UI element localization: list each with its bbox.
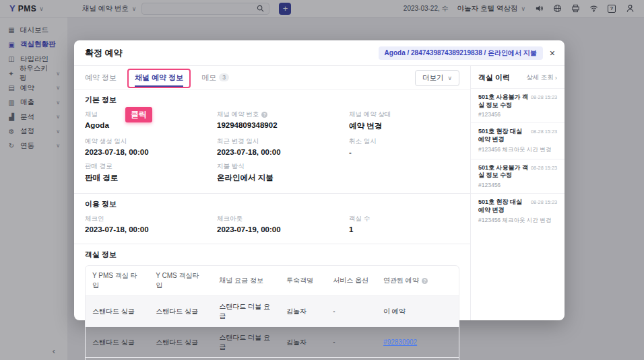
history-item[interactable]: 501호 현장 대실 예약 변경 08-28 15:23 #123456 체크아…	[471, 193, 565, 229]
click-annotation: 클릭	[125, 107, 152, 122]
history-item[interactable]: 501호 사용불가 객실 정보 수정 08-28 15:23 #123456	[471, 159, 565, 193]
column-header: Y PMS 객실 타입	[86, 266, 149, 296]
chevron-down-icon: ∨	[447, 75, 452, 81]
info-icon[interactable]: ?	[261, 112, 267, 118]
table-header-row: Y PMS 객실 타입 Y CMS 객실타입 채널 요금 정보 투숙객명 서비스…	[86, 266, 459, 296]
modal-header: 확정 예약 Agoda / 2847439874389219838 / 온라인에…	[74, 40, 565, 66]
history-detail-link[interactable]: 상세 조회 ›	[526, 73, 557, 82]
section-title: 객실 정보	[85, 250, 459, 260]
room-info-section: 객실 정보 Y PMS 객실 타입 Y CMS 객실타입 채널 요금 정보 투숙…	[74, 244, 470, 360]
history-item[interactable]: 501호 현장 대실 예약 변경 08-28 15:23 #123456 체크아…	[471, 122, 565, 158]
modal-title: 확정 예약	[85, 47, 123, 59]
column-header: 투숙객명	[280, 266, 326, 296]
room-info-table: Y PMS 객실 타입 Y CMS 객실타입 채널 요금 정보 투숙객명 서비스…	[85, 265, 459, 360]
history-title: 객실 이력	[478, 73, 510, 83]
section-title: 이용 정보	[85, 199, 459, 209]
field-cancelled-at: 취소 일시 -	[349, 137, 459, 156]
column-header: 채널 요금 정보	[212, 266, 280, 296]
memo-count-badge: 3	[219, 73, 229, 81]
field-checkin: 체크인 2023-07-18, 00:00	[85, 215, 217, 233]
usage-info-section: 이용 정보 체크인 2023-07-18, 00:00 체크아웃 2023-07…	[74, 194, 470, 241]
more-button[interactable]: 더보기 ∨	[415, 70, 459, 86]
modal-body: 예약 정보 채널 예약 정보 메모 3 더보기 ∨ 클릭	[74, 66, 565, 320]
app-screen: Y PMS ∨ 채널 예약 번호 ∨ + 2023-03-22, 수 야놀자 호…	[0, 0, 644, 360]
confirmed-reservation-modal: 확정 예약 Agoda / 2847439874389219838 / 온라인에…	[74, 40, 565, 320]
tabs-row: 예약 정보 채널 예약 정보 메모 3 더보기 ∨	[74, 66, 470, 89]
column-header: 연관된 예약?	[377, 266, 459, 296]
linked-reservation-link[interactable]: #92830902	[383, 338, 417, 346]
history-timestamp: 08-28 15:23	[531, 94, 557, 100]
field-checkout: 체크아웃 2023-07-19, 00:00	[217, 215, 349, 233]
field-sales-channel: 판매 경로 판매 경로	[85, 162, 217, 183]
field-channel-reservation-number: 채널 예약 번호? 19294809348902	[217, 110, 349, 131]
field-room-count: 객실 수 1	[349, 215, 459, 233]
column-header: 서비스 옵션	[326, 266, 377, 296]
tab-reservation-info[interactable]: 예약 정보	[85, 73, 117, 87]
close-icon[interactable]: ×	[550, 48, 555, 58]
field-channel-reservation-status: 채널 예약 상태 예약 변경	[349, 110, 459, 131]
tab-label: 채널 예약 정보	[135, 73, 183, 87]
field-modified-at: 최근 변경 일시 2023-07-18, 00:00	[217, 137, 349, 156]
table-row: 스탠다드 싱글 스탠다드 싱글 스탠다드 더블 요금 김놀자 - #928309…	[86, 327, 459, 358]
history-item[interactable]: 501호 사용불가 객실 정보 수정 08-28 15:23 #123456	[471, 88, 565, 122]
column-header: Y CMS 객실타입	[149, 266, 212, 296]
more-button-label: 더보기	[422, 73, 444, 83]
history-timestamp: 08-28 15:23	[531, 199, 557, 205]
tab-label: 예약 정보	[85, 73, 117, 83]
reservation-badge: Agoda / 2847439874389219838 / 온라인에서 지불	[379, 46, 543, 60]
tab-memo[interactable]: 메모 3	[201, 73, 229, 87]
section-title: 기본 정보	[85, 95, 459, 105]
modal-main: 예약 정보 채널 예약 정보 메모 3 더보기 ∨ 클릭	[74, 66, 470, 320]
tab-label: 메모	[201, 73, 216, 83]
history-timestamp: 08-28 15:23	[531, 129, 557, 135]
info-icon[interactable]: ?	[422, 278, 428, 284]
field-created-at: 예약 생성 일시 2023-07-18, 00:00	[85, 137, 217, 156]
room-history-panel: 객실 이력 상세 조회 › 501호 사용불가 객실 정보 수정 08-28 1…	[470, 66, 565, 320]
table-row: 스탠다드 싱글 스탠다드 싱글 스탠다드 더블 요금 김놀자 - 이 예약	[86, 296, 459, 327]
linked-reservation: 이 예약	[377, 296, 459, 327]
tab-channel-reservation-info[interactable]: 채널 예약 정보	[127, 69, 191, 88]
chevron-right-icon: ›	[555, 74, 557, 81]
history-timestamp: 08-28 15:23	[531, 165, 557, 171]
field-payment-method: 지불 방식 온라인에서 지불	[217, 162, 349, 183]
basic-info-section: 기본 정보 채널 Agoda 채널 예약 번호? 19294809348902 …	[74, 89, 470, 190]
